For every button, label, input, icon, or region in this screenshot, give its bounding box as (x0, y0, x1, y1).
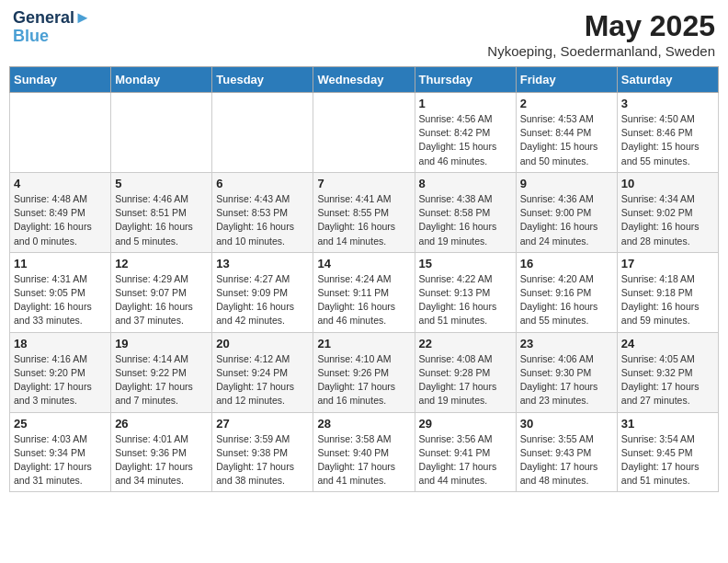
calendar-cell: 7Sunrise: 4:41 AM Sunset: 8:55 PM Daylig… (313, 172, 415, 252)
location-title: Nykoeping, Soedermanland, Sweden (487, 43, 715, 59)
calendar-row-1: 1Sunrise: 4:56 AM Sunset: 8:42 PM Daylig… (10, 93, 719, 173)
logo: General► Blue (13, 9, 91, 46)
col-header-friday: Friday (516, 67, 617, 93)
calendar-cell: 16Sunrise: 4:20 AM Sunset: 9:16 PM Dayli… (516, 252, 617, 332)
month-title: May 2025 (487, 9, 715, 43)
day-info: Sunrise: 4:48 AM Sunset: 8:49 PM Dayligh… (14, 192, 107, 248)
calendar-cell: 20Sunrise: 4:12 AM Sunset: 9:24 PM Dayli… (212, 332, 313, 412)
calendar-cell: 14Sunrise: 4:24 AM Sunset: 9:11 PM Dayli… (313, 252, 415, 332)
day-info: Sunrise: 4:36 AM Sunset: 9:00 PM Dayligh… (520, 192, 613, 248)
day-number: 8 (419, 177, 512, 190)
calendar-row-5: 25Sunrise: 4:03 AM Sunset: 9:34 PM Dayli… (10, 412, 719, 492)
day-number: 27 (216, 417, 309, 431)
day-number: 25 (14, 417, 107, 431)
day-info: Sunrise: 4:31 AM Sunset: 9:05 PM Dayligh… (14, 272, 107, 328)
calendar-cell: 17Sunrise: 4:18 AM Sunset: 9:18 PM Dayli… (617, 252, 718, 332)
logo-blue: ► (74, 8, 91, 27)
calendar-row-4: 18Sunrise: 4:16 AM Sunset: 9:20 PM Dayli… (10, 332, 719, 412)
calendar-cell: 6Sunrise: 4:43 AM Sunset: 8:53 PM Daylig… (212, 172, 313, 252)
day-info: Sunrise: 3:56 AM Sunset: 9:41 PM Dayligh… (419, 432, 512, 488)
calendar-cell: 19Sunrise: 4:14 AM Sunset: 9:22 PM Dayli… (111, 332, 212, 412)
day-info: Sunrise: 4:22 AM Sunset: 9:13 PM Dayligh… (419, 272, 512, 328)
calendar-cell: 15Sunrise: 4:22 AM Sunset: 9:13 PM Dayli… (415, 252, 516, 332)
calendar-cell: 1Sunrise: 4:56 AM Sunset: 8:42 PM Daylig… (415, 93, 516, 173)
day-number: 1 (419, 97, 512, 110)
day-info: Sunrise: 4:34 AM Sunset: 9:02 PM Dayligh… (621, 192, 714, 248)
day-info: Sunrise: 4:27 AM Sunset: 9:09 PM Dayligh… (216, 272, 309, 328)
day-number: 4 (14, 177, 107, 190)
calendar-cell: 26Sunrise: 4:01 AM Sunset: 9:36 PM Dayli… (111, 412, 212, 492)
day-info: Sunrise: 4:20 AM Sunset: 9:16 PM Dayligh… (520, 272, 613, 328)
day-number: 23 (520, 337, 613, 350)
day-info: Sunrise: 4:08 AM Sunset: 9:28 PM Dayligh… (419, 352, 512, 408)
calendar-table: SundayMondayTuesdayWednesdayThursdayFrid… (9, 66, 719, 492)
day-number: 29 (419, 417, 512, 431)
day-info: Sunrise: 4:56 AM Sunset: 8:42 PM Dayligh… (419, 112, 512, 168)
day-info: Sunrise: 4:06 AM Sunset: 9:30 PM Dayligh… (520, 352, 613, 408)
day-info: Sunrise: 4:43 AM Sunset: 8:53 PM Dayligh… (216, 192, 309, 248)
day-info: Sunrise: 4:10 AM Sunset: 9:26 PM Dayligh… (317, 352, 410, 408)
day-info: Sunrise: 4:53 AM Sunset: 8:44 PM Dayligh… (520, 112, 613, 168)
calendar-cell: 18Sunrise: 4:16 AM Sunset: 9:20 PM Dayli… (10, 332, 111, 412)
day-number: 21 (317, 337, 410, 350)
col-header-wednesday: Wednesday (313, 67, 415, 93)
day-info: Sunrise: 4:18 AM Sunset: 9:18 PM Dayligh… (621, 272, 714, 328)
col-header-tuesday: Tuesday (212, 67, 313, 93)
calendar-cell: 28Sunrise: 3:58 AM Sunset: 9:40 PM Dayli… (313, 412, 415, 492)
calendar-cell: 13Sunrise: 4:27 AM Sunset: 9:09 PM Dayli… (212, 252, 313, 332)
day-number: 31 (621, 417, 714, 431)
day-info: Sunrise: 4:41 AM Sunset: 8:55 PM Dayligh… (317, 192, 410, 248)
day-info: Sunrise: 4:24 AM Sunset: 9:11 PM Dayligh… (317, 272, 410, 328)
day-info: Sunrise: 4:38 AM Sunset: 8:58 PM Dayligh… (419, 192, 512, 248)
calendar-cell: 22Sunrise: 4:08 AM Sunset: 9:28 PM Dayli… (415, 332, 516, 412)
calendar-cell: 21Sunrise: 4:10 AM Sunset: 9:26 PM Dayli… (313, 332, 415, 412)
day-info: Sunrise: 3:54 AM Sunset: 9:45 PM Dayligh… (621, 432, 714, 488)
day-number: 30 (520, 417, 613, 431)
calendar-cell: 27Sunrise: 3:59 AM Sunset: 9:38 PM Dayli… (212, 412, 313, 492)
calendar-cell: 9Sunrise: 4:36 AM Sunset: 9:00 PM Daylig… (516, 172, 617, 252)
calendar-cell: 29Sunrise: 3:56 AM Sunset: 9:41 PM Dayli… (415, 412, 516, 492)
calendar-cell: 5Sunrise: 4:46 AM Sunset: 8:51 PM Daylig… (111, 172, 212, 252)
day-number: 16 (520, 257, 613, 270)
day-info: Sunrise: 4:50 AM Sunset: 8:46 PM Dayligh… (621, 112, 714, 168)
day-number: 12 (115, 257, 208, 270)
calendar-cell: 23Sunrise: 4:06 AM Sunset: 9:30 PM Dayli… (516, 332, 617, 412)
page-header: General► Blue May 2025 Nykoeping, Soeder… (9, 9, 719, 59)
day-number: 9 (520, 177, 613, 190)
day-number: 15 (419, 257, 512, 270)
col-header-sunday: Sunday (10, 67, 111, 93)
day-info: Sunrise: 3:59 AM Sunset: 9:38 PM Dayligh… (216, 432, 309, 488)
calendar-cell: 3Sunrise: 4:50 AM Sunset: 8:46 PM Daylig… (617, 93, 718, 173)
calendar-cell: 24Sunrise: 4:05 AM Sunset: 9:32 PM Dayli… (617, 332, 718, 412)
calendar-cell: 11Sunrise: 4:31 AM Sunset: 9:05 PM Dayli… (10, 252, 111, 332)
day-number: 24 (621, 337, 714, 350)
calendar-cell (313, 93, 415, 173)
day-number: 13 (216, 257, 309, 270)
calendar-row-2: 4Sunrise: 4:48 AM Sunset: 8:49 PM Daylig… (10, 172, 719, 252)
day-number: 5 (115, 177, 208, 190)
calendar-cell (111, 93, 212, 173)
calendar-cell: 8Sunrise: 4:38 AM Sunset: 8:58 PM Daylig… (415, 172, 516, 252)
calendar-cell (212, 93, 313, 173)
day-info: Sunrise: 4:03 AM Sunset: 9:34 PM Dayligh… (14, 432, 107, 488)
calendar-cell: 4Sunrise: 4:48 AM Sunset: 8:49 PM Daylig… (10, 172, 111, 252)
day-number: 7 (317, 177, 410, 190)
calendar-cell: 30Sunrise: 3:55 AM Sunset: 9:43 PM Dayli… (516, 412, 617, 492)
day-number: 10 (621, 177, 714, 190)
title-block: May 2025 Nykoeping, Soedermanland, Swede… (487, 9, 715, 59)
day-info: Sunrise: 3:58 AM Sunset: 9:40 PM Dayligh… (317, 432, 410, 488)
day-info: Sunrise: 3:55 AM Sunset: 9:43 PM Dayligh… (520, 432, 613, 488)
day-info: Sunrise: 4:16 AM Sunset: 9:20 PM Dayligh… (14, 352, 107, 408)
calendar-cell: 25Sunrise: 4:03 AM Sunset: 9:34 PM Dayli… (10, 412, 111, 492)
header-row: SundayMondayTuesdayWednesdayThursdayFrid… (10, 67, 719, 93)
logo-blue-text: Blue (13, 28, 49, 46)
calendar-cell: 10Sunrise: 4:34 AM Sunset: 9:02 PM Dayli… (617, 172, 718, 252)
calendar-cell (10, 93, 111, 173)
day-number: 18 (14, 337, 107, 350)
day-info: Sunrise: 4:05 AM Sunset: 9:32 PM Dayligh… (621, 352, 714, 408)
day-number: 14 (317, 257, 410, 270)
day-number: 26 (115, 417, 208, 431)
day-info: Sunrise: 4:12 AM Sunset: 9:24 PM Dayligh… (216, 352, 309, 408)
calendar-row-3: 11Sunrise: 4:31 AM Sunset: 9:05 PM Dayli… (10, 252, 719, 332)
day-number: 3 (621, 97, 714, 110)
